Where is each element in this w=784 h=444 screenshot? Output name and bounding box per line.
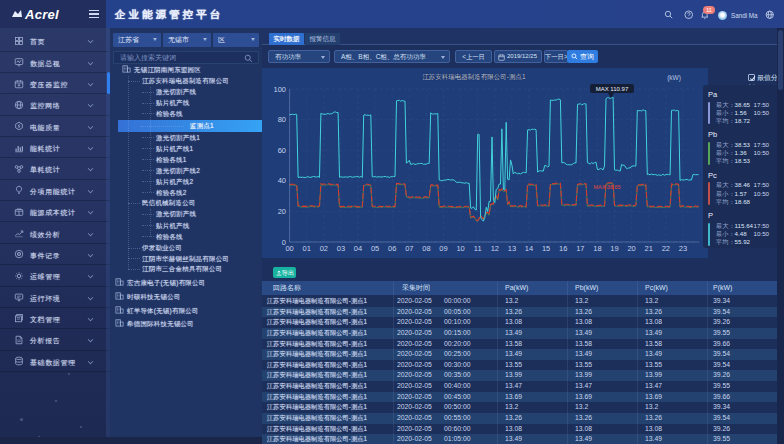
svg-text:60: 60 <box>278 146 286 155</box>
svg-text:13: 13 <box>508 244 516 253</box>
svg-text:MAX 110.97: MAX 110.97 <box>596 86 629 92</box>
svg-text:16: 16 <box>559 244 567 253</box>
svg-text:03: 03 <box>337 244 345 253</box>
svg-text:15: 15 <box>542 244 550 253</box>
svg-text:100: 100 <box>273 85 286 94</box>
svg-text:MAX 38.65: MAX 38.65 <box>593 184 620 190</box>
svg-text:22: 22 <box>662 244 670 253</box>
svg-text:08: 08 <box>422 244 430 253</box>
svg-text:80: 80 <box>278 115 286 124</box>
svg-text:20: 20 <box>627 244 635 253</box>
svg-text:06: 06 <box>388 244 396 253</box>
svg-text:05: 05 <box>371 244 379 253</box>
svg-text:01: 01 <box>303 244 311 253</box>
svg-text:12: 12 <box>491 244 499 253</box>
svg-text:江苏安科瑞电器制造有限公司-测点1: 江苏安科瑞电器制造有限公司-测点1 <box>422 73 526 81</box>
svg-text:09: 09 <box>439 244 447 253</box>
svg-text:23: 23 <box>679 244 687 253</box>
svg-text:00: 00 <box>285 244 293 253</box>
svg-text:40: 40 <box>278 176 286 185</box>
svg-text:20: 20 <box>278 207 286 216</box>
svg-text:11: 11 <box>474 244 482 253</box>
svg-text:21: 21 <box>645 244 653 253</box>
svg-text:18: 18 <box>593 244 601 253</box>
svg-text:02: 02 <box>320 244 328 253</box>
svg-text:0: 0 <box>282 238 286 247</box>
svg-text:19: 19 <box>610 244 618 253</box>
svg-text:17: 17 <box>576 244 584 253</box>
svg-text:04: 04 <box>354 244 362 253</box>
svg-text:07: 07 <box>405 244 413 253</box>
svg-text:10: 10 <box>456 244 464 253</box>
svg-text:14: 14 <box>525 244 533 253</box>
svg-text:(kW): (kW) <box>667 74 681 82</box>
